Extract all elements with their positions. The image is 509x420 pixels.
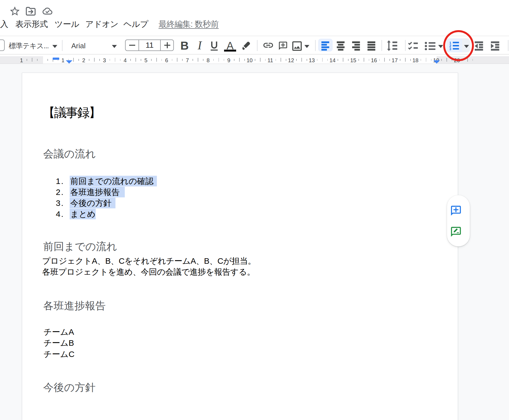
ruler-tick xyxy=(234,59,234,61)
ruler-number: 4 xyxy=(124,57,127,64)
ruler-number: 2 xyxy=(82,57,85,64)
text-color-letter: A xyxy=(225,41,235,48)
menu-insert[interactable]: 挿入 xyxy=(0,19,8,29)
ruler-number: 3 xyxy=(103,57,106,64)
font-selector[interactable]: Arial xyxy=(71,42,86,50)
doc-list-item[interactable]: 4. まとめ xyxy=(0,209,439,219)
ruler-tick xyxy=(255,59,255,61)
ruler-number: 12 xyxy=(288,57,294,64)
ruler-tick xyxy=(32,58,32,62)
insert-image-button[interactable] xyxy=(291,40,303,51)
zoom-select-partial[interactable] xyxy=(0,39,5,51)
ruler-tick xyxy=(384,58,385,62)
insert-link-button[interactable] xyxy=(262,39,274,51)
doc-paragraph[interactable]: プロジェクトA、B、CをそれぞれチームA、B、Cが担当。 各班プロジェクトを進め… xyxy=(42,256,256,277)
toolbar-separator xyxy=(62,40,63,51)
ruler-number: 15 xyxy=(350,57,356,64)
doc-heading-kongo[interactable]: 今後の方針 xyxy=(43,381,96,394)
align-center-button[interactable] xyxy=(337,41,345,51)
list-text-selected[interactable]: 今後の方針 xyxy=(70,198,115,208)
ruler-tick xyxy=(379,59,380,61)
list-text-selected[interactable]: まとめ xyxy=(70,209,96,219)
underline-button[interactable] xyxy=(208,40,220,52)
doc-team-line: チームC xyxy=(44,349,75,360)
ruler-tick xyxy=(219,58,219,62)
highlight-color-button[interactable] xyxy=(242,41,251,50)
doc-list-item[interactable]: 1. 前回までの流れの確認 xyxy=(0,176,439,186)
ruler-tick xyxy=(120,59,121,61)
ruler-number: 1 xyxy=(20,57,23,64)
text-color-button[interactable]: A xyxy=(224,40,236,51)
ruler-tick xyxy=(110,59,110,61)
ruler[interactable]: 11234567891011121314151617181920 xyxy=(0,55,509,64)
last-edit-status[interactable]: 最終編集: 数秒前 xyxy=(159,19,219,29)
list-number: 3. xyxy=(56,198,64,208)
font-size-value[interactable]: 11 xyxy=(139,41,160,49)
ruler-tick xyxy=(78,59,79,61)
image-dropdown-arrow-icon[interactable] xyxy=(304,45,309,48)
ruler-number: 16 xyxy=(371,57,377,64)
bulleted-list-button[interactable] xyxy=(425,42,436,50)
ruler-tick xyxy=(446,58,447,62)
ruler-tick xyxy=(47,59,48,61)
style-dropdown-arrow-icon[interactable] xyxy=(52,45,57,48)
ruler-tick xyxy=(244,59,245,61)
doc-team-lines[interactable]: チームA チームB チームC xyxy=(44,327,75,360)
toolbar-separator xyxy=(315,40,316,51)
toolbar: 標準テキス... Arial 11 B I A xyxy=(0,36,509,54)
ruler-tick xyxy=(473,59,473,61)
ruler-tick xyxy=(317,59,318,61)
list-text-selected[interactable]: 各班進捗報告 xyxy=(70,187,125,197)
ruler-tick xyxy=(467,58,468,62)
list-text-selected[interactable]: 前回までの流れの確認 xyxy=(70,176,157,186)
menu-help[interactable]: ヘルプ xyxy=(123,19,148,29)
move-folder-icon[interactable] xyxy=(26,7,36,16)
font-size-increase-icon[interactable] xyxy=(164,42,170,48)
ruler-tick xyxy=(135,58,136,62)
doc-heading-kakuhan[interactable]: 各班進捗報告 xyxy=(43,299,106,312)
ruler-number: 17 xyxy=(392,57,398,64)
indent-decrease-button[interactable] xyxy=(475,41,483,51)
indent-increase-button[interactable] xyxy=(491,41,499,51)
ruler-tick xyxy=(162,59,162,61)
doc-list-item[interactable]: 2. 各班進捗報告 xyxy=(0,187,439,197)
font-dropdown-arrow-icon[interactable] xyxy=(112,45,117,48)
ruler-number: 1 xyxy=(61,57,64,64)
star-icon[interactable] xyxy=(9,5,21,17)
doc-heading-kaigi[interactable]: 会議の流れ xyxy=(43,147,96,160)
add-comment-button[interactable] xyxy=(278,41,288,51)
align-left-button[interactable] xyxy=(321,41,329,51)
right-indent-marker[interactable] xyxy=(433,60,440,64)
menu-tools[interactable]: ツール xyxy=(55,19,79,29)
ruler-tick xyxy=(94,58,95,62)
doc-title[interactable]: 【議事録】 xyxy=(43,106,100,120)
bulleted-list-arrow-icon[interactable] xyxy=(438,45,443,48)
suggest-edits-button[interactable] xyxy=(450,226,462,238)
doc-paragraph-line: プロジェクトA、B、CをそれぞれチームA、B、Cが担当。 xyxy=(42,256,256,266)
doc-list-item[interactable]: 3. 今後の方針 xyxy=(0,198,439,208)
doc-heading-zenkai[interactable]: 前回までの流れ xyxy=(43,240,117,253)
style-selector[interactable]: 標準テキス... xyxy=(9,42,49,50)
doc-paragraph-line: 各班プロジェクトを進め、今回の会議で進捗を報告する。 xyxy=(42,266,256,277)
font-size-decrease-icon[interactable] xyxy=(129,42,135,48)
left-indent-marker[interactable] xyxy=(66,60,72,64)
checklist-button[interactable] xyxy=(408,42,418,50)
annotation-red-circle xyxy=(443,30,474,61)
bold-button[interactable]: B xyxy=(179,40,190,52)
toolbar-separator xyxy=(508,40,508,51)
font-size-divider xyxy=(160,40,161,50)
menu-addons[interactable]: アドオン xyxy=(85,19,118,29)
ruler-tick xyxy=(369,59,369,61)
menu-format[interactable]: 表示形式 xyxy=(15,19,48,29)
italic-button[interactable]: I xyxy=(195,39,205,52)
align-justify-button[interactable] xyxy=(367,41,375,51)
first-line-indent-marker[interactable] xyxy=(53,58,59,60)
ruler-tick xyxy=(260,58,261,62)
ruler-tick xyxy=(130,59,131,61)
ruler-tick xyxy=(198,58,198,62)
add-comment-button[interactable] xyxy=(450,205,462,217)
align-right-button[interactable] xyxy=(352,41,360,51)
ruler-tick xyxy=(400,59,400,61)
ruler-tick xyxy=(265,59,266,61)
line-spacing-button[interactable] xyxy=(387,40,397,51)
